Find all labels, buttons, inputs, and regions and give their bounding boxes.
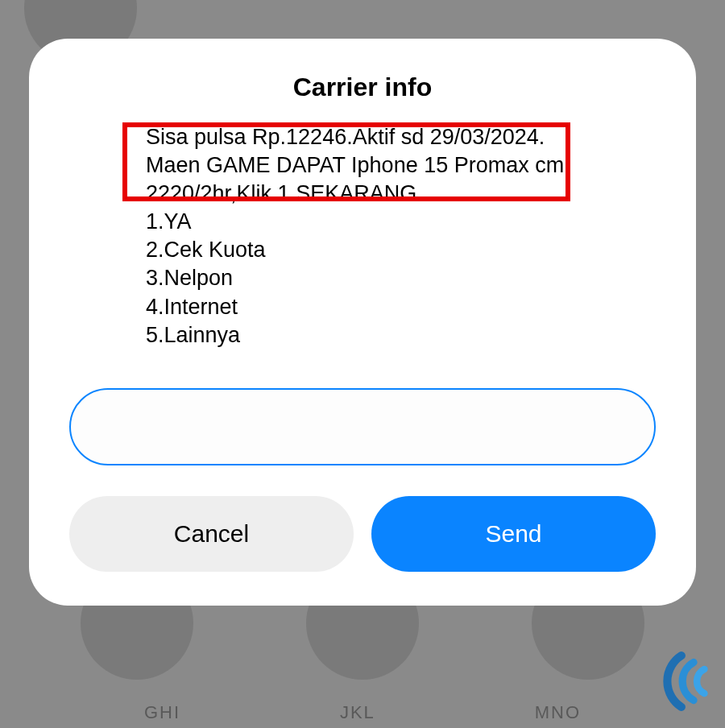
- ussd-input[interactable]: [69, 388, 656, 465]
- watermark-logo-icon: [656, 647, 723, 715]
- dialog-title: Carrier info: [69, 72, 656, 102]
- send-button[interactable]: Send: [371, 496, 656, 572]
- dialog-message: Sisa pulsa Rp.12246.Aktif sd 29/03/2024.…: [146, 123, 624, 350]
- keypad-label-ghi: GHI: [144, 702, 180, 723]
- keypad-labels-row: GHI JKL MNO: [0, 702, 725, 723]
- ussd-dialog: Carrier info Sisa pulsa Rp.12246.Aktif s…: [29, 39, 696, 606]
- dialog-button-row: Cancel Send: [69, 496, 656, 572]
- keypad-label-mno: MNO: [535, 702, 581, 723]
- keypad-label-jkl: JKL: [340, 702, 375, 723]
- cancel-button[interactable]: Cancel: [69, 496, 354, 572]
